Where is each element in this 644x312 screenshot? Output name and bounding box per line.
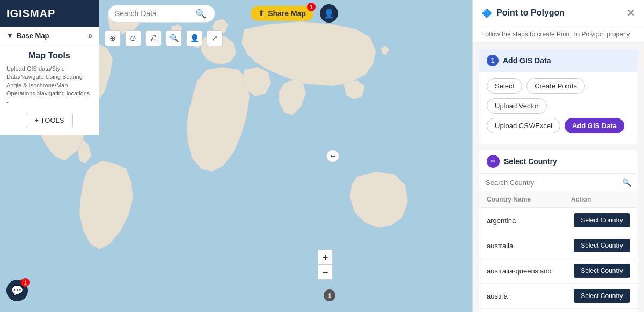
step1-btn-row-2: Upload CSV/Excel Add GIS Data <box>487 118 630 133</box>
country-rows: argentina Select Country australia Selec… <box>479 208 638 312</box>
country-row: argentina Select Country <box>479 208 638 233</box>
expand-btn[interactable]: ⤢ <box>207 30 223 46</box>
step1-header: 1 Add GIS Data <box>479 49 638 72</box>
user-map-btn[interactable]: 👤 <box>186 30 202 46</box>
print-btn[interactable]: 🖨 <box>145 30 162 46</box>
share-button[interactable]: ⬆ Share Map 1 <box>251 6 313 21</box>
select-country-button-1[interactable]: Select Country <box>574 239 630 252</box>
search-country-input[interactable] <box>486 179 622 187</box>
select-country-button-3[interactable]: Select Country <box>574 289 630 303</box>
upload-csv-button[interactable]: Upload CSV/Excel <box>487 118 560 133</box>
dropdown-icon: ▼ <box>6 32 13 40</box>
target-btn[interactable]: ⊙ <box>125 30 141 46</box>
panel-toggle-button[interactable]: ↔ <box>326 150 339 162</box>
step1-title: Add GIS Data <box>503 56 551 65</box>
chat-badge: 1 <box>21 278 30 287</box>
search-country-row: 🔍 <box>479 174 638 191</box>
collapse-icon: » <box>88 31 92 40</box>
add-gis-data-button[interactable]: Add GIS Data <box>565 118 624 133</box>
select-country-title: Select Country <box>504 157 557 166</box>
country-name-cell: australia <box>487 242 574 250</box>
logo-text: IGISMAP <box>6 8 55 20</box>
user-icon: 👤 <box>324 9 334 19</box>
map-tools-description: Upload GIS data/Style Data/Navigate Usin… <box>6 65 92 106</box>
close-button[interactable]: ✕ <box>626 8 635 18</box>
map-area[interactable]: IGISMAP 🔍 ⬆ Share Map 1 👤 ▼ Base Map » M… <box>0 0 472 312</box>
map-tools-box: Map Tools Upload GIS data/Style Data/Nav… <box>0 44 99 135</box>
base-map-label: ▼ Base Map <box>6 32 49 40</box>
search-map-btn[interactable]: 🔍 <box>166 30 182 46</box>
country-name-cell: australia-queensland <box>487 267 574 275</box>
tools-button[interactable]: + TOOLS <box>26 113 74 128</box>
panel-header: 🔷 Point to Polygon ✕ <box>473 0 644 26</box>
step1-section: 1 Add GIS Data Select Create Points Uplo… <box>479 49 638 144</box>
user-icon-button[interactable]: 👤 <box>320 4 338 23</box>
country-row: australia-queensland Select Country <box>479 258 638 284</box>
country-name-header: Country Name <box>487 196 571 203</box>
search-bar[interactable]: 🔍 <box>108 5 215 23</box>
left-sidebar: ▼ Base Map » Map Tools Upload GIS data/S… <box>0 27 99 135</box>
search-country-icon[interactable]: 🔍 <box>622 178 631 187</box>
country-row: belgium Select Country <box>479 309 638 312</box>
country-row: australia Select Country <box>479 233 638 258</box>
country-row: austria Select Country <box>479 284 638 309</box>
search-icon[interactable]: 🔍 <box>195 9 206 19</box>
map-controls-toolbar: ⊕ ⊙ 🖨 🔍 👤 ⤢ <box>105 30 223 46</box>
select-button[interactable]: Select <box>487 78 522 94</box>
panel-title-icon: 🔷 <box>481 8 492 18</box>
zoom-out-button[interactable]: − <box>318 265 333 280</box>
step1-body: Select Create Points Upload Vector Uploa… <box>479 72 638 144</box>
country-table: Country Name Action argentina Select Cou… <box>479 191 638 312</box>
share-badge: 1 <box>307 3 316 11</box>
share-icon: ⬆ <box>258 9 265 18</box>
chat-button[interactable]: 💬 1 <box>6 280 28 301</box>
base-map-toggle[interactable]: ▼ Base Map » <box>0 27 99 44</box>
panel-body: 1 Add GIS Data Select Create Points Uplo… <box>473 43 644 312</box>
create-points-button[interactable]: Create Points <box>526 78 585 94</box>
chat-icon: 💬 <box>11 285 23 296</box>
select-country-header: ✏ Select Country <box>479 150 638 174</box>
country-name-cell: austria <box>487 292 574 300</box>
zoom-in-button[interactable]: + <box>318 250 333 265</box>
upload-vector-button[interactable]: Upload Vector <box>487 98 547 114</box>
location-btn[interactable]: ⊕ <box>105 30 121 46</box>
step1-btn-row-1: Select Create Points Upload Vector <box>487 78 630 114</box>
action-header: Action <box>571 196 630 203</box>
map-tools-title: Map Tools <box>6 51 92 61</box>
right-panel: 🔷 Point to Polygon ✕ Follow the steps to… <box>472 0 644 312</box>
search-input[interactable] <box>115 9 195 18</box>
sc-icon: ✏ <box>487 155 500 168</box>
panel-title-row: 🔷 Point to Polygon <box>481 8 565 18</box>
country-table-header: Country Name Action <box>479 191 638 208</box>
panel-title: Point to Polygon <box>496 8 565 18</box>
step1-number: 1 <box>487 55 499 66</box>
select-country-button-2[interactable]: Select Country <box>574 264 630 278</box>
info-button[interactable]: ℹ <box>324 289 335 301</box>
select-country-section: ✏ Select Country 🔍 Country Name Action a… <box>479 150 638 312</box>
select-country-button-0[interactable]: Select Country <box>574 213 630 227</box>
panel-subtitle: Follow the steps to create Point To Poly… <box>473 26 644 43</box>
country-name-cell: argentina <box>487 217 574 225</box>
logo: IGISMAP <box>0 0 99 27</box>
zoom-controls: + − <box>318 250 333 280</box>
share-label: Share Map <box>268 9 306 18</box>
